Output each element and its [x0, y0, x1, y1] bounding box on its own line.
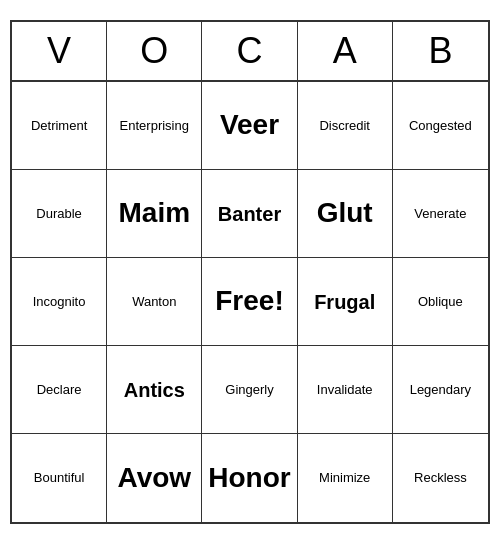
header-col-o: O [107, 22, 202, 80]
grid-cell-r2-c3: Frugal [298, 258, 393, 346]
cell-text: Free! [215, 286, 283, 317]
cell-text: Incognito [33, 294, 86, 310]
cell-text: Invalidate [317, 382, 373, 398]
grid-cell-r1-c1: Maim [107, 170, 202, 258]
cell-text: Bountiful [34, 470, 85, 486]
cell-text: Wanton [132, 294, 176, 310]
cell-text: Durable [36, 206, 82, 222]
bingo-header: VOCAB [12, 22, 488, 82]
grid-cell-r1-c4: Venerate [393, 170, 488, 258]
grid-cell-r0-c4: Congested [393, 82, 488, 170]
bingo-grid: DetrimentEnterprisingVeerDiscreditConges… [12, 82, 488, 522]
grid-cell-r1-c2: Banter [202, 170, 297, 258]
cell-text: Discredit [319, 118, 370, 134]
grid-cell-r4-c2: Honor [202, 434, 297, 522]
grid-cell-r4-c1: Avow [107, 434, 202, 522]
header-col-a: A [298, 22, 393, 80]
grid-cell-r0-c2: Veer [202, 82, 297, 170]
grid-cell-r0-c1: Enterprising [107, 82, 202, 170]
cell-text: Banter [218, 203, 281, 225]
cell-text: Gingerly [225, 382, 273, 398]
header-col-v: V [12, 22, 107, 80]
cell-text: Detriment [31, 118, 87, 134]
grid-cell-r2-c0: Incognito [12, 258, 107, 346]
cell-text: Avow [117, 463, 191, 494]
cell-text: Reckless [414, 470, 467, 486]
grid-cell-r4-c0: Bountiful [12, 434, 107, 522]
cell-text: Honor [208, 463, 290, 494]
cell-text: Antics [124, 379, 185, 401]
grid-cell-r3-c4: Legendary [393, 346, 488, 434]
grid-cell-r4-c3: Minimize [298, 434, 393, 522]
grid-cell-r3-c1: Antics [107, 346, 202, 434]
header-col-c: C [202, 22, 297, 80]
cell-text: Venerate [414, 206, 466, 222]
grid-cell-r3-c0: Declare [12, 346, 107, 434]
cell-text: Veer [220, 110, 279, 141]
grid-cell-r2-c4: Oblique [393, 258, 488, 346]
cell-text: Declare [37, 382, 82, 398]
grid-cell-r4-c4: Reckless [393, 434, 488, 522]
cell-text: Maim [119, 198, 191, 229]
grid-cell-r3-c2: Gingerly [202, 346, 297, 434]
header-col-b: B [393, 22, 488, 80]
bingo-card: VOCAB DetrimentEnterprisingVeerDiscredit… [10, 20, 490, 524]
cell-text: Congested [409, 118, 472, 134]
cell-text: Glut [317, 198, 373, 229]
grid-cell-r0-c0: Detriment [12, 82, 107, 170]
grid-cell-r2-c1: Wanton [107, 258, 202, 346]
cell-text: Enterprising [120, 118, 189, 134]
grid-cell-r1-c0: Durable [12, 170, 107, 258]
grid-cell-r0-c3: Discredit [298, 82, 393, 170]
cell-text: Minimize [319, 470, 370, 486]
cell-text: Oblique [418, 294, 463, 310]
grid-cell-r3-c3: Invalidate [298, 346, 393, 434]
cell-text: Legendary [410, 382, 471, 398]
grid-cell-r2-c2: Free! [202, 258, 297, 346]
cell-text: Frugal [314, 291, 375, 313]
grid-cell-r1-c3: Glut [298, 170, 393, 258]
